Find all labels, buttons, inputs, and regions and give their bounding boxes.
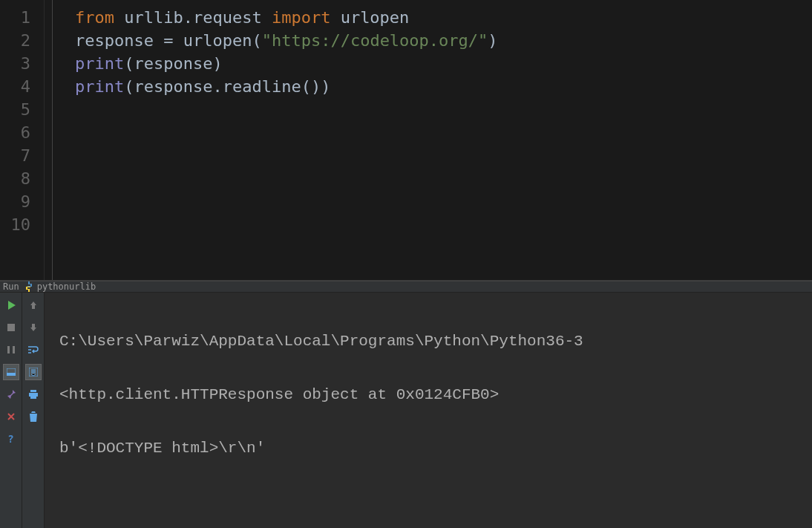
line-gutter: 1 2 3 4 5 6 7 8 9 10	[0, 0, 45, 280]
scroll-button[interactable]	[25, 364, 42, 380]
run-panel-header: Run pythonurlib	[0, 281, 812, 293]
run-panel: Run pythonurlib ?	[0, 281, 812, 528]
svg-rect-4	[7, 373, 16, 376]
python-icon	[24, 281, 34, 292]
code-line: from urllib.request import urlopen	[75, 6, 812, 29]
line-number: 3	[0, 52, 30, 75]
svg-rect-6	[30, 390, 36, 392]
console-line: <http.client.HTTPResponse object at 0x01…	[59, 386, 812, 404]
code-line: response = urlopen("https://codeloop.org…	[75, 29, 812, 52]
line-number: 8	[0, 167, 30, 190]
run-toolbar-left: ?	[0, 293, 22, 528]
line-number: 6	[0, 121, 30, 144]
console-output[interactable]: C:\Users\Parwiz\AppData\Local\Programs\P…	[45, 293, 812, 528]
run-body: ? C:\Users\Parwiz\AppData\Local\Prog	[0, 293, 812, 528]
up-arrow-button[interactable]	[25, 297, 42, 313]
run-toolbar-right	[22, 293, 45, 528]
svg-rect-1	[7, 346, 10, 353]
pin-button[interactable]	[3, 386, 19, 402]
svg-rect-7	[29, 393, 38, 397]
stop-button[interactable]	[3, 319, 19, 336]
layout-button[interactable]	[3, 364, 19, 380]
line-number: 2	[0, 29, 30, 52]
line-number: 7	[0, 144, 30, 167]
code-line: print(response)	[75, 52, 812, 75]
wrap-button[interactable]	[25, 342, 42, 358]
svg-rect-8	[30, 397, 36, 399]
down-arrow-button[interactable]	[25, 319, 42, 336]
console-line: C:\Users\Parwiz\AppData\Local\Programs\P…	[59, 333, 812, 351]
code-content[interactable]: from urllib.request import urlopen respo…	[52, 0, 812, 280]
svg-rect-0	[7, 324, 15, 331]
line-number: 5	[0, 98, 30, 121]
line-number: 1	[0, 6, 30, 29]
print-button[interactable]	[25, 386, 42, 402]
svg-rect-2	[13, 346, 15, 353]
line-number: 9	[0, 190, 30, 213]
code-editor[interactable]: 1 2 3 4 5 6 7 8 9 10 from urllib.request…	[0, 0, 812, 281]
line-number: 4	[0, 75, 30, 98]
pause-button[interactable]	[3, 342, 19, 358]
help-button[interactable]: ?	[3, 431, 19, 447]
run-button[interactable]	[3, 297, 19, 313]
run-tab-name[interactable]: pythonurlib	[37, 281, 96, 292]
close-button[interactable]	[3, 408, 19, 425]
code-line: print(response.readline())	[75, 75, 812, 98]
trash-button[interactable]	[25, 408, 42, 425]
run-label: Run	[3, 281, 19, 292]
line-number: 10	[0, 213, 30, 236]
console-line: b'<!DOCTYPE html>\r\n'	[59, 440, 812, 457]
